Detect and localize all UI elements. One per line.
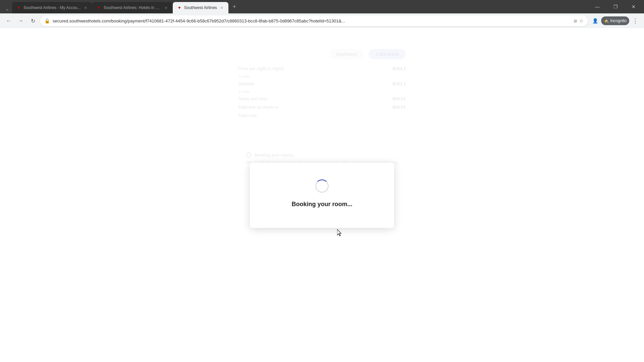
cast-icon[interactable]: ⊘ <box>574 18 577 23</box>
browser-chrome: ⌄ ♥ Southwest Airlines - My Accou... ✕ ♥… <box>0 0 644 28</box>
tab-2[interactable]: ♥ Southwest Airlines: Hotels in N... ✕ <box>92 2 173 13</box>
address-bar[interactable]: 🔒 secured.southwesthotels.com/booking/pa… <box>40 15 588 26</box>
tab-scroll-left[interactable]: ⌄ <box>3 4 12 13</box>
tab-1-favicon: ♥ <box>16 5 21 10</box>
tab-2-title: Southwest Airlines: Hotels in N... <box>104 5 161 10</box>
tab-2-favicon: ♥ <box>96 5 102 10</box>
tab-3-favicon: ♥ <box>177 5 182 10</box>
tab-1[interactable]: ♥ Southwest Airlines - My Accou... ✕ <box>12 2 92 13</box>
nav-bar: ← → ↻ 🔒 secured.southwesthotels.com/book… <box>0 13 644 28</box>
modal-overlay: Booking your room... <box>0 28 644 362</box>
profile-button[interactable]: 👤 <box>590 16 600 25</box>
forward-button[interactable]: → <box>16 16 25 25</box>
address-bar-icons: ⊘ ☆ <box>574 18 584 23</box>
booking-modal: Booking your room... <box>250 163 394 228</box>
booking-text: Booking your room... <box>291 201 352 208</box>
back-button[interactable]: ← <box>4 16 13 25</box>
menu-button[interactable]: ⋮ <box>631 16 640 25</box>
incognito-button[interactable]: 🕵 Incognito <box>601 16 629 25</box>
title-bar: ⌄ ♥ Southwest Airlines - My Accou... ✕ ♥… <box>0 0 644 13</box>
bookmark-icon[interactable]: ☆ <box>579 18 584 23</box>
tab-3-close[interactable]: ✕ <box>219 5 224 10</box>
incognito-icon: 🕵 <box>604 18 609 23</box>
tab-strip: ⌄ ♥ Southwest Airlines - My Accou... ✕ ♥… <box>3 0 590 13</box>
tab-3-title: Southwest Airlines <box>184 5 217 10</box>
tab-2-close[interactable]: ✕ <box>163 5 169 10</box>
close-button[interactable]: ✕ <box>626 0 641 13</box>
https-icon: 🔒 <box>44 18 50 23</box>
window-controls: — ❐ ✕ <box>590 0 641 13</box>
new-tab-button[interactable]: + <box>230 2 239 11</box>
address-url: secured.southwesthotels.com/booking/paym… <box>53 18 571 23</box>
reload-button[interactable]: ↻ <box>28 16 38 25</box>
tab-3[interactable]: ♥ Southwest Airlines ✕ <box>173 2 228 13</box>
page-content: Southwest 1,000 points Price per night (… <box>0 28 644 362</box>
maximize-button[interactable]: ❐ <box>608 0 623 13</box>
tab-1-close[interactable]: ✕ <box>83 5 88 10</box>
incognito-label: Incognito <box>610 18 627 23</box>
tab-1-title: Southwest Airlines - My Accou... <box>23 5 81 10</box>
nav-right-icons: 👤 🕵 Incognito ⋮ <box>590 16 640 25</box>
minimize-button[interactable]: — <box>590 0 605 13</box>
loading-spinner <box>315 179 329 193</box>
